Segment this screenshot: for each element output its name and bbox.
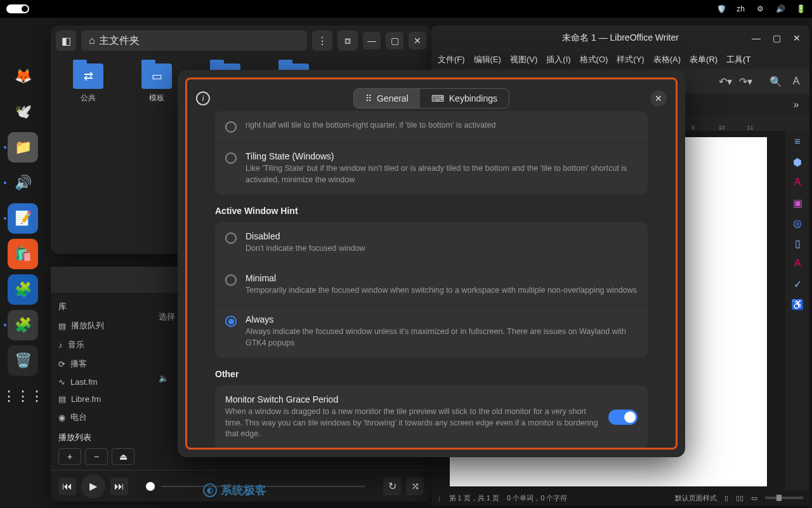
changes-icon[interactable]: ✓	[790, 277, 804, 291]
seek-thumb[interactable]	[146, 482, 155, 491]
prev-button[interactable]: ⏮	[58, 478, 76, 495]
sidebar-item[interactable]: ▤播放队列	[51, 316, 152, 335]
close-button[interactable]: ✕	[788, 30, 806, 46]
activities-pill[interactable]	[6, 4, 29, 13]
sidebar-item[interactable]: ◉电台	[51, 408, 152, 427]
dock-item-writer[interactable]: 📝	[8, 203, 38, 234]
menu-item[interactable]: 样式(Y)	[617, 54, 644, 65]
char-format-icon[interactable]: A	[788, 73, 804, 90]
menu-item[interactable]: 表格(A)	[653, 54, 681, 65]
ruler-mark: 11	[736, 124, 764, 131]
zoom-slider[interactable]	[765, 497, 803, 499]
sidebar-item[interactable]: ⟳播客	[51, 354, 152, 373]
watermark: ◐ 系统极客	[203, 483, 266, 498]
find-icon[interactable]: 🔍	[768, 73, 784, 90]
repeat-button[interactable]: ↻	[383, 478, 401, 495]
play-button[interactable]: ▶	[81, 474, 105, 498]
maximize-button[interactable]: ▢	[386, 32, 403, 50]
dock-item-apps[interactable]: ⋮⋮⋮	[8, 381, 38, 411]
status-style[interactable]: 默认页面样式	[675, 493, 717, 503]
maximize-button[interactable]: ▢	[768, 30, 785, 46]
undo-icon[interactable]: ↶▾	[717, 73, 733, 90]
radio-always[interactable]	[225, 316, 237, 327]
playlist-add-button[interactable]: +	[58, 448, 81, 465]
menu-item[interactable]: 表单(R)	[690, 54, 717, 65]
option-title: Minimal	[246, 273, 638, 283]
next-button[interactable]: ⏭	[110, 478, 128, 495]
radio-disabled[interactable]	[225, 232, 237, 244]
redo-icon[interactable]: ↷▾	[737, 73, 754, 90]
library-header: 库	[51, 297, 152, 316]
menu-item[interactable]: 文件(F)	[438, 54, 465, 65]
radio-tiling-state[interactable]	[225, 121, 237, 133]
sidebar-item-label: 电台	[70, 411, 87, 423]
minimize-button[interactable]: —	[747, 30, 765, 46]
menu-item[interactable]: 编辑(E)	[474, 54, 501, 65]
grid-icon: ⠿	[365, 93, 372, 104]
sidebar-item-icon: ◉	[58, 413, 65, 422]
gallery-icon[interactable]: ▣	[790, 196, 804, 210]
input-lang-indicator[interactable]: zh	[737, 4, 745, 13]
more-menu-icon[interactable]: ⋮	[312, 30, 332, 51]
info-icon[interactable]: i	[196, 91, 210, 105]
toggle-monitor-grace[interactable]	[608, 410, 638, 425]
menu-icon[interactable]: ≡	[790, 135, 804, 149]
folder-icon: ⇄	[73, 64, 103, 89]
option-desc: right half will tile to the bottom-right…	[246, 120, 638, 131]
dock-item-files[interactable]: 📁	[8, 132, 38, 163]
sidebar-item[interactable]: ♪音乐	[51, 335, 152, 354]
shield-icon[interactable]: 🛡️	[716, 4, 726, 14]
dock-item-extensions[interactable]: 🧩	[8, 274, 38, 305]
minimize-button[interactable]: —	[363, 32, 381, 50]
properties-icon[interactable]: ⬢	[790, 155, 804, 169]
shuffle-button[interactable]: ⤮	[406, 478, 424, 495]
sidebar-item-label: 音乐	[68, 339, 84, 351]
sidebar-item[interactable]: ∿Last.fm	[51, 373, 152, 391]
menu-item[interactable]: 格式(O)	[580, 54, 608, 65]
navigator-icon[interactable]: ◎	[790, 216, 804, 230]
search-icon[interactable]: ⧈	[337, 30, 358, 51]
close-button[interactable]: ✕	[409, 32, 426, 50]
page-icon[interactable]: ▯	[790, 236, 804, 250]
styles-icon[interactable]: A	[790, 175, 804, 189]
group-active-window-hint: Active Window Hint	[215, 206, 648, 216]
volume-icon[interactable]: 🔊	[775, 4, 785, 14]
folder-item[interactable]: ⇄公共	[66, 64, 110, 104]
status-page: 第 1 页，共 1 页	[449, 493, 499, 503]
settings-dialog: i ⠿ General ⌨ Keybindings ✕ right half w…	[178, 70, 685, 457]
watermark-text: 系统极客	[221, 483, 266, 498]
dock-item-software[interactable]: 🛍️	[8, 239, 38, 269]
sidebar-item[interactable]: ▤Libre.fm	[51, 391, 152, 408]
playlist-remove-button[interactable]: −	[85, 448, 108, 465]
tab-general[interactable]: ⠿ General	[354, 89, 420, 108]
tab-general-label: General	[377, 93, 409, 104]
keyboard-icon: ⌨	[431, 93, 444, 104]
menu-item[interactable]: 插入(I)	[546, 54, 570, 65]
radio-tiling-state-windows[interactable]	[225, 152, 237, 164]
menu-item[interactable]: 工具(T	[726, 54, 750, 65]
view-multi-icon[interactable]: ▯▯	[736, 494, 743, 502]
view-book-icon[interactable]: ▭	[751, 494, 757, 502]
style-inspect-icon[interactable]: A	[790, 257, 804, 271]
radio-minimal[interactable]	[225, 274, 237, 286]
dock-item-firefox[interactable]: 🦊	[8, 61, 38, 91]
download-icon[interactable]: ↓	[438, 494, 442, 502]
dock-item-extensions2[interactable]: 🧩	[8, 310, 38, 340]
dock-item-trash[interactable]: 🗑️	[8, 345, 38, 376]
path-bar[interactable]: ⌂ 主文件夹	[81, 30, 307, 51]
sidebar-toggle-icon[interactable]: ◧	[56, 30, 76, 51]
option-desc: Always indicate the focused window unles…	[246, 326, 638, 349]
tab-keybindings[interactable]: ⌨ Keybindings	[420, 89, 509, 108]
folder-item[interactable]: ▭模板	[134, 64, 179, 104]
menu-bar: 文件(F)编辑(E)视图(V)插入(I)格式(O)样式(Y)表格(A)表单(R)…	[431, 51, 809, 69]
dock-item-rhythmbox[interactable]: 🔊	[8, 168, 38, 198]
network-icon[interactable]: ⚙	[755, 4, 765, 14]
close-button[interactable]: ✕	[650, 90, 667, 107]
playlist-eject-button[interactable]: ⏏	[112, 448, 134, 465]
a11y-icon[interactable]: ♿	[790, 297, 804, 311]
menu-item[interactable]: 视图(V)	[510, 54, 537, 65]
dock-item-thunderbird[interactable]: 🕊️	[8, 97, 38, 127]
expand-icon[interactable]: »	[788, 97, 804, 113]
view-single-icon[interactable]: ▯	[724, 494, 728, 502]
battery-icon[interactable]: 🔋	[796, 4, 806, 14]
